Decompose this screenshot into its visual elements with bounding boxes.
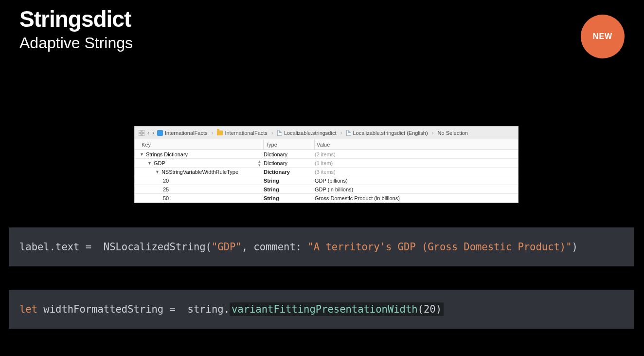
breadcrumb-label: Localizable.stringsdict: [284, 130, 337, 136]
plist-key-label: 20: [163, 178, 169, 184]
chevron-right-icon: ›: [210, 130, 214, 136]
code-token: (: [418, 303, 424, 315]
page-subtitle: Adaptive Strings: [19, 34, 133, 52]
plist-value[interactable]: Gross Domestic Product (in billions): [315, 195, 518, 201]
plist-row[interactable]: 50StringGross Domestic Product (in billi…: [135, 194, 518, 203]
code-string: "GDP": [212, 241, 242, 253]
code-token: ): [572, 241, 578, 253]
plist-key[interactable]: 50: [140, 195, 264, 201]
breadcrumb-label: InternationalFacts: [165, 130, 207, 136]
disclosure-triangle-icon[interactable]: ▼: [155, 169, 160, 174]
plist-column-headers: Key Type Value: [135, 139, 518, 150]
plist-row[interactable]: ▼Strings DictionaryDictionary(2 items): [135, 150, 518, 159]
new-badge: NEW: [581, 15, 625, 58]
svg-rect-1: [142, 130, 144, 132]
col-value[interactable]: Value: [315, 139, 518, 150]
plist-key-label: GDP: [154, 160, 165, 166]
plist-value[interactable]: (1 item): [315, 160, 518, 166]
nav-forward-icon[interactable]: ›: [152, 130, 154, 136]
plist-value[interactable]: GDP (billions): [315, 178, 518, 184]
code-token: widthFormattedString =: [37, 303, 181, 315]
nav-back-icon[interactable]: ‹: [147, 130, 149, 136]
chevron-right-icon: ›: [431, 130, 435, 136]
plist-key[interactable]: ▼Strings Dictionary: [140, 151, 264, 157]
code-block-1: label.text = NSLocalizedString("GDP", co…: [9, 227, 634, 266]
plist-value[interactable]: (3 items): [315, 169, 518, 175]
file-icon: [277, 130, 282, 136]
stepper-icon[interactable]: ▴▾: [258, 159, 261, 167]
svg-rect-2: [139, 133, 141, 136]
plist-row[interactable]: ▼GDP▴▾Dictionary(1 item): [135, 159, 518, 168]
code-token: NSLocalizedString(: [97, 241, 212, 253]
chevron-right-icon: ›: [340, 130, 343, 136]
plist-editor: ‹ › InternationalFacts › InternationalFa…: [134, 126, 519, 203]
plist-key[interactable]: ▼NSStringVariableWidthRuleType: [140, 169, 264, 175]
plist-key[interactable]: ▼GDP▴▾: [140, 160, 264, 166]
plist-key[interactable]: 20: [140, 178, 264, 184]
breadcrumb-label: Localizable.stringsdict (English): [353, 130, 428, 136]
plist-row[interactable]: ▼NSStringVariableWidthRuleTypeDictionary…: [135, 168, 518, 176]
code-keyword: let: [19, 303, 37, 315]
code-token: label.text =: [19, 241, 97, 253]
code-token: ): [436, 303, 442, 315]
plist-body: ▼Strings DictionaryDictionary(2 items)▼G…: [135, 150, 518, 203]
plist-type[interactable]: Dictionary: [264, 169, 315, 175]
plist-key-label: 50: [163, 195, 169, 201]
code-method: variantFittingPresentationWidth: [232, 303, 418, 315]
plist-row[interactable]: 25StringGDP (in billions): [135, 185, 518, 194]
breadcrumb-locale[interactable]: Localizable.stringsdict (English): [346, 130, 428, 136]
breadcrumb-label: No Selection: [438, 130, 468, 136]
plist-type[interactable]: Dictionary: [264, 160, 315, 166]
plist-type[interactable]: String: [264, 195, 315, 201]
plist-type[interactable]: Dictionary: [264, 151, 315, 157]
plist-type[interactable]: String: [264, 178, 315, 184]
breadcrumb-bar: ‹ › InternationalFacts › InternationalFa…: [135, 127, 518, 139]
grid-icon[interactable]: [139, 130, 144, 136]
plist-type[interactable]: String: [264, 187, 315, 192]
code-arg: 20: [424, 303, 436, 315]
breadcrumb-file[interactable]: Localizable.stringsdict: [277, 130, 337, 136]
plist-key-label: 25: [163, 187, 169, 192]
breadcrumb-selection: No Selection: [438, 130, 468, 136]
breadcrumb-project[interactable]: InternationalFacts: [157, 130, 207, 136]
folder-icon: [217, 131, 223, 135]
plist-key-label: NSStringVariableWidthRuleType: [161, 169, 238, 175]
disclosure-triangle-icon[interactable]: ▼: [147, 161, 152, 166]
disclosure-triangle-icon[interactable]: ▼: [140, 152, 144, 157]
col-key[interactable]: Key: [140, 139, 264, 150]
page-title: Stringsdict: [19, 6, 131, 32]
code-string: "A territory's GDP (Gross Domestic Produ…: [307, 241, 572, 253]
code-highlight: variantFittingPresentationWidth(20): [230, 302, 444, 316]
code-token: , comment:: [242, 241, 308, 253]
plist-row[interactable]: 20StringGDP (billions): [135, 176, 518, 185]
svg-rect-3: [142, 133, 144, 136]
file-icon: [346, 130, 351, 136]
plist-value[interactable]: GDP (in billions): [315, 187, 518, 192]
code-block-2: let widthFormattedString = string.varian…: [9, 290, 634, 329]
code-token: string.: [181, 303, 230, 315]
chevron-right-icon: ›: [270, 130, 274, 136]
plist-key[interactable]: 25: [140, 187, 264, 192]
project-icon: [157, 130, 163, 136]
breadcrumb-label: InternationalFacts: [225, 130, 267, 136]
plist-key-label: Strings Dictionary: [146, 151, 188, 157]
plist-value[interactable]: (2 items): [315, 151, 518, 157]
col-type[interactable]: Type: [264, 139, 315, 150]
svg-rect-0: [139, 130, 141, 132]
breadcrumb-folder[interactable]: InternationalFacts: [217, 130, 267, 136]
